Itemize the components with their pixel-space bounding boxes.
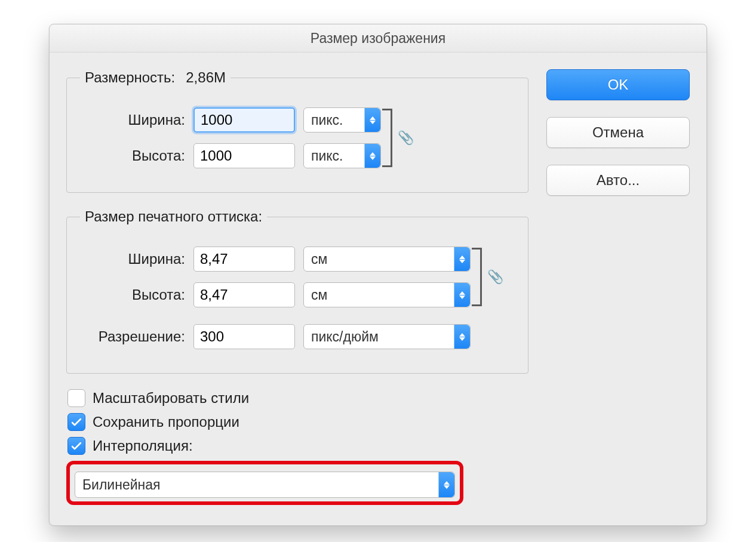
link-icon: 📎 — [398, 130, 414, 146]
resolution-label: Разрешение: — [80, 328, 193, 345]
print-size-group: Размер печатного оттиска: Ширина: см — [66, 208, 528, 374]
resample-checkbox[interactable] — [67, 437, 85, 455]
pixel-height-unit-select[interactable]: пикс. — [303, 143, 381, 168]
resample-label: Интерполяция: — [93, 438, 193, 454]
ok-button[interactable]: OK — [546, 69, 690, 100]
print-height-unit-select[interactable]: см — [303, 282, 471, 307]
scale-styles-checkbox[interactable] — [67, 389, 85, 407]
dialog-title: Размер изображения — [311, 30, 445, 47]
updown-icon — [364, 144, 380, 168]
pixel-dimensions-group: Размерность:2,86М Ширина: пикс. — [66, 69, 528, 193]
print-height-label: Высота: — [80, 287, 193, 303]
updown-icon — [454, 325, 470, 349]
print-width-label: Ширина: — [80, 251, 193, 267]
constrain-proportions-checkbox[interactable] — [67, 413, 85, 431]
updown-icon — [438, 472, 454, 497]
link-icon: 📎 — [487, 269, 503, 285]
print-width-unit-select[interactable]: см — [303, 247, 471, 272]
pixel-width-unit-select[interactable]: пикс. — [303, 107, 381, 133]
updown-icon — [454, 283, 470, 307]
image-size-dialog: Размер изображения Размерность:2,86М Шир… — [49, 24, 707, 526]
updown-icon — [454, 247, 470, 271]
pixel-width-input[interactable] — [193, 107, 295, 133]
interpolation-highlight: Билинейная — [66, 461, 463, 505]
resolution-unit-select[interactable]: пикс/дюйм — [303, 324, 471, 349]
constrain-proportions-label: Сохранить пропорции — [93, 414, 239, 430]
auto-button[interactable]: Авто... — [546, 165, 690, 196]
pixel-dimensions-legend: Размерность:2,86М — [80, 69, 231, 86]
interpolation-method-select[interactable]: Билинейная — [75, 472, 455, 498]
title-bar: Размер изображения — [50, 24, 706, 53]
file-size-label: 2,86М — [186, 69, 226, 86]
pixel-height-label: Высота: — [80, 147, 193, 164]
pixel-width-label: Ширина: — [80, 112, 193, 128]
print-width-input[interactable] — [193, 247, 295, 272]
print-size-legend: Размер печатного оттиска: — [80, 208, 267, 225]
scale-styles-label: Масштабировать стили — [93, 390, 249, 406]
updown-icon — [364, 108, 380, 132]
pixel-height-input[interactable] — [193, 143, 295, 168]
print-height-input[interactable] — [193, 282, 295, 307]
cancel-button[interactable]: Отмена — [546, 117, 690, 148]
resolution-input[interactable] — [193, 324, 295, 349]
